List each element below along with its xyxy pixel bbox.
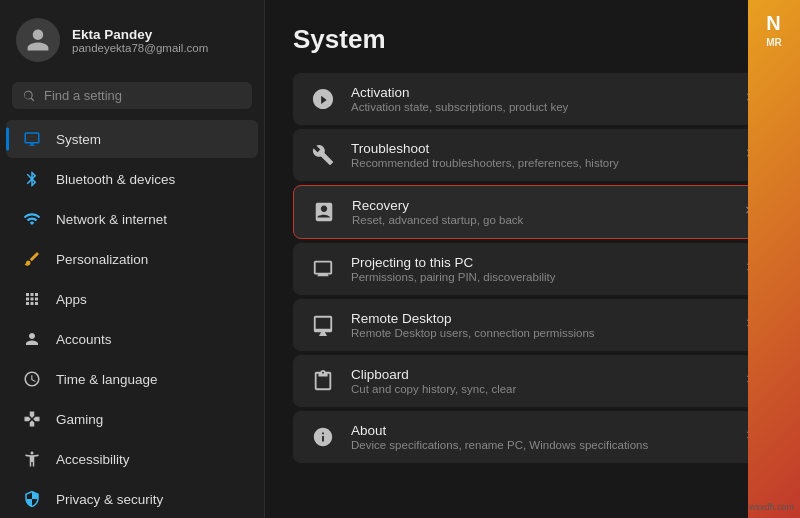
about-desc: Device specifications, rename PC, Window… bbox=[351, 439, 728, 451]
about-title: About bbox=[351, 423, 728, 438]
sidebar-label-bluetooth: Bluetooth & devices bbox=[56, 172, 175, 187]
notification-badge: N MR bbox=[748, 0, 800, 518]
recovery-title: Recovery bbox=[352, 198, 727, 213]
settings-list: Activation Activation state, subscriptio… bbox=[293, 73, 772, 463]
troubleshoot-icon bbox=[309, 141, 337, 169]
sidebar-item-accessibility[interactable]: Accessibility bbox=[6, 440, 258, 478]
settings-item-recovery[interactable]: Recovery Reset, advanced startup, go bac… bbox=[293, 185, 772, 239]
sidebar-item-apps[interactable]: Apps bbox=[6, 280, 258, 318]
nav-items: System Bluetooth & devices Network & int… bbox=[0, 119, 264, 518]
activation-desc: Activation state, subscriptions, product… bbox=[351, 101, 728, 113]
remote-desktop-text: Remote Desktop Remote Desktop users, con… bbox=[351, 311, 728, 339]
remote-desktop-icon bbox=[309, 311, 337, 339]
projecting-text: Projecting to this PC Permissions, pairi… bbox=[351, 255, 728, 283]
search-input[interactable] bbox=[44, 88, 242, 103]
troubleshoot-text: Troubleshoot Recommended troubleshooters… bbox=[351, 141, 728, 169]
monitor-icon bbox=[22, 129, 42, 149]
sidebar-label-personalization: Personalization bbox=[56, 252, 148, 267]
sidebar-label-privacy: Privacy & security bbox=[56, 492, 163, 507]
notif-badge-text: N bbox=[766, 12, 781, 35]
sidebar-item-accounts[interactable]: Accounts bbox=[6, 320, 258, 358]
network-icon bbox=[22, 209, 42, 229]
sidebar-label-system: System bbox=[56, 132, 101, 147]
settings-item-projecting[interactable]: Projecting to this PC Permissions, pairi… bbox=[293, 243, 772, 295]
clipboard-desc: Cut and copy history, sync, clear bbox=[351, 383, 728, 395]
sidebar-label-gaming: Gaming bbox=[56, 412, 103, 427]
sidebar-item-bluetooth[interactable]: Bluetooth & devices bbox=[6, 160, 258, 198]
accessibility-icon bbox=[22, 449, 42, 469]
user-email: pandeyekta78@gmail.com bbox=[72, 42, 208, 54]
bluetooth-icon bbox=[22, 169, 42, 189]
recovery-text: Recovery Reset, advanced startup, go bac… bbox=[352, 198, 727, 226]
sidebar-label-accessibility: Accessibility bbox=[56, 452, 130, 467]
recovery-icon bbox=[310, 198, 338, 226]
settings-item-activation[interactable]: Activation Activation state, subscriptio… bbox=[293, 73, 772, 125]
watermark: wsxdh.com bbox=[749, 502, 794, 512]
brush-icon bbox=[22, 249, 42, 269]
sidebar-item-system[interactable]: System bbox=[6, 120, 258, 158]
sidebar-item-gaming[interactable]: Gaming bbox=[6, 400, 258, 438]
avatar bbox=[16, 18, 60, 62]
clipboard-title: Clipboard bbox=[351, 367, 728, 382]
settings-item-remote-desktop[interactable]: Remote Desktop Remote Desktop users, con… bbox=[293, 299, 772, 351]
shield-icon bbox=[22, 489, 42, 509]
sidebar-item-personalization[interactable]: Personalization bbox=[6, 240, 258, 278]
projecting-desc: Permissions, pairing PIN, discoverabilit… bbox=[351, 271, 728, 283]
sidebar-label-apps: Apps bbox=[56, 292, 87, 307]
user-info: Ekta Pandey pandeyekta78@gmail.com bbox=[72, 27, 208, 54]
user-name: Ekta Pandey bbox=[72, 27, 208, 42]
about-icon bbox=[309, 423, 337, 451]
sidebar-item-network[interactable]: Network & internet bbox=[6, 200, 258, 238]
search-box[interactable] bbox=[12, 82, 252, 109]
troubleshoot-desc: Recommended troubleshooters, preferences… bbox=[351, 157, 728, 169]
activation-text: Activation Activation state, subscriptio… bbox=[351, 85, 728, 113]
sidebar: Ekta Pandey pandeyekta78@gmail.com Syste… bbox=[0, 0, 265, 518]
apps-icon bbox=[22, 289, 42, 309]
activation-icon bbox=[309, 85, 337, 113]
remote-desktop-title: Remote Desktop bbox=[351, 311, 728, 326]
clipboard-text: Clipboard Cut and copy history, sync, cl… bbox=[351, 367, 728, 395]
sidebar-label-network: Network & internet bbox=[56, 212, 167, 227]
sidebar-item-privacy[interactable]: Privacy & security bbox=[6, 480, 258, 518]
settings-item-clipboard[interactable]: Clipboard Cut and copy history, sync, cl… bbox=[293, 355, 772, 407]
sidebar-label-time: Time & language bbox=[56, 372, 158, 387]
notif-badge-sub: MR bbox=[766, 37, 782, 48]
person-icon bbox=[22, 329, 42, 349]
main-content: System Activation Activation state, subs… bbox=[265, 0, 800, 518]
remote-desktop-desc: Remote Desktop users, connection permiss… bbox=[351, 327, 728, 339]
user-profile[interactable]: Ekta Pandey pandeyekta78@gmail.com bbox=[0, 0, 264, 76]
sidebar-item-time[interactable]: Time & language bbox=[6, 360, 258, 398]
settings-item-about[interactable]: About Device specifications, rename PC, … bbox=[293, 411, 772, 463]
clock-icon bbox=[22, 369, 42, 389]
activation-title: Activation bbox=[351, 85, 728, 100]
clipboard-icon bbox=[309, 367, 337, 395]
search-icon bbox=[22, 89, 36, 103]
projecting-title: Projecting to this PC bbox=[351, 255, 728, 270]
troubleshoot-title: Troubleshoot bbox=[351, 141, 728, 156]
recovery-desc: Reset, advanced startup, go back bbox=[352, 214, 727, 226]
sidebar-label-accounts: Accounts bbox=[56, 332, 112, 347]
projecting-icon bbox=[309, 255, 337, 283]
gaming-icon bbox=[22, 409, 42, 429]
settings-item-troubleshoot[interactable]: Troubleshoot Recommended troubleshooters… bbox=[293, 129, 772, 181]
about-text: About Device specifications, rename PC, … bbox=[351, 423, 728, 451]
page-title: System bbox=[293, 24, 772, 55]
